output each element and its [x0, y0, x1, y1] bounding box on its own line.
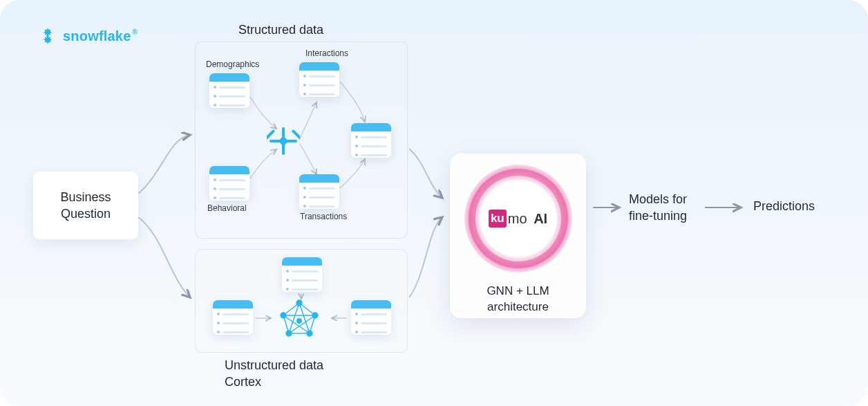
svg-point-18	[312, 313, 318, 318]
kumo-logo: kumo AI	[480, 180, 557, 257]
table-unstructured-left-icon	[213, 300, 253, 335]
business-question-card: Business Question	[33, 172, 138, 239]
arrow-bq-to-structured	[138, 135, 190, 194]
table-unstructured-top-icon	[282, 257, 322, 292]
snowflake-logo: snowflake®	[38, 26, 138, 46]
svg-point-17	[281, 313, 286, 318]
svg-point-19	[286, 331, 292, 336]
diagram-canvas: snowflake® Business Question Structured …	[0, 0, 868, 406]
kumo-architecture-card: kumo AI GNN + LLMarchitecture	[450, 154, 586, 318]
table-unstructured-right-icon	[351, 300, 391, 335]
kumo-logo-suffix: AI	[534, 211, 547, 227]
unstructured-title-line1: Unstructured data	[225, 358, 323, 373]
models-label: Models forfine-tuning	[629, 191, 687, 225]
network-graph-icon	[275, 297, 323, 342]
svg-point-16	[296, 300, 302, 306]
svg-rect-5	[279, 136, 289, 147]
table-transactions-icon	[299, 174, 339, 209]
table-behavioral-icon	[209, 166, 249, 201]
snowflake-central-icon	[267, 124, 300, 158]
label-demographics: Demographics	[206, 59, 259, 69]
label-behavioral: Behavioral	[207, 203, 247, 213]
svg-point-0	[46, 35, 49, 37]
kumo-ring-icon: kumo AI	[464, 165, 572, 273]
svg-point-21	[297, 319, 301, 323]
arrow-bq-to-unstructured	[138, 217, 190, 297]
svg-point-20	[307, 331, 312, 336]
arrow-unstructured-to-kumo	[409, 217, 442, 297]
business-question-label: Business Question	[46, 189, 126, 223]
label-interactions: Interactions	[305, 48, 348, 58]
snowflake-wordmark: snowflake®	[63, 28, 138, 44]
arrow-structured-to-kumo	[409, 149, 442, 198]
table-aggregate-icon	[351, 123, 391, 158]
predictions-label: Predictions	[753, 199, 815, 214]
unstructured-title-line2: Cortex	[225, 375, 261, 389]
kumo-logo-mark: ku	[489, 210, 507, 228]
table-interactions-icon	[299, 62, 339, 97]
structured-data-title: Structured data	[238, 23, 323, 37]
table-demographics-icon	[209, 73, 249, 108]
label-transactions: Transactions	[300, 212, 347, 221]
kumo-caption: GNN + LLMarchitecture	[487, 284, 549, 315]
kumo-logo-rest: mo	[508, 211, 527, 227]
snowflake-icon	[38, 26, 57, 46]
